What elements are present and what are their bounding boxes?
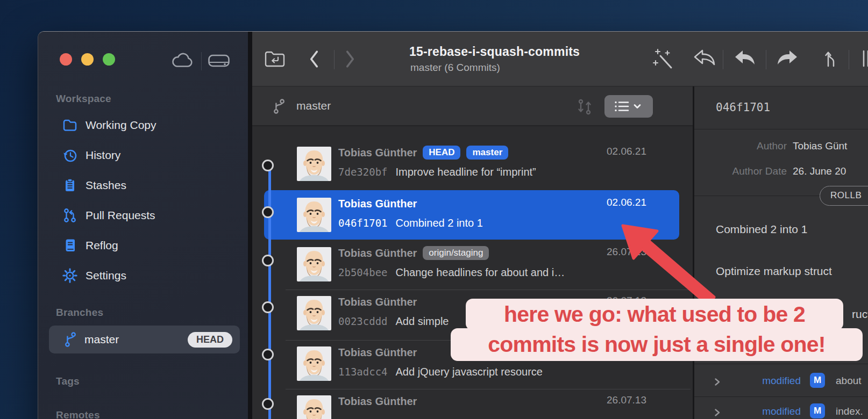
author-date-value: 26. June 20 bbox=[793, 165, 846, 177]
commit-message-title: Combined 2 into 1 bbox=[716, 223, 807, 236]
avatar bbox=[297, 346, 331, 381]
zoom-window-button[interactable] bbox=[103, 53, 115, 66]
open-repository-icon[interactable] bbox=[263, 48, 287, 70]
sidebar-item-settings[interactable]: Settings bbox=[62, 264, 239, 287]
head-badge: HEAD bbox=[423, 146, 460, 160]
back-icon[interactable] bbox=[309, 50, 319, 68]
branch-badge: master bbox=[466, 146, 508, 160]
commit-row[interactable]: Tobias Günther 26.07.13 bbox=[252, 388, 693, 419]
compare-icon[interactable] bbox=[575, 97, 594, 117]
chevron-right-icon[interactable] bbox=[714, 408, 721, 417]
sidebar-item-working-copy[interactable]: Working Copy bbox=[62, 113, 239, 137]
magic-wand-icon[interactable] bbox=[653, 48, 674, 70]
annotation-text-line1: here we go: what used to be 2 bbox=[466, 299, 843, 330]
commit-hash: 113adcc4 bbox=[338, 366, 388, 378]
commit-row[interactable]: Tobias Günther origin/staging 2b504bee C… bbox=[252, 240, 693, 289]
commit-row-selected[interactable]: Tobias Günther 046f1701 Combined 2 into … bbox=[252, 190, 693, 240]
sidebar-item-label: Working Copy bbox=[86, 119, 156, 132]
commit-detail-panel: 046f1701 Author Tobias Günt Author Date … bbox=[694, 86, 868, 419]
toolbar-divider bbox=[849, 50, 849, 69]
head-badge: HEAD bbox=[188, 332, 232, 348]
file-status: modified bbox=[753, 375, 801, 387]
file-status: modified bbox=[753, 406, 801, 417]
sidebar-item-label: Settings bbox=[86, 269, 126, 282]
commit-message-body: Optimize markup struct bbox=[716, 265, 832, 278]
changed-file-row[interactable]: modified M index. bbox=[694, 397, 868, 419]
chevron-right-icon[interactable] bbox=[714, 378, 721, 386]
sidebar-item-stashes[interactable]: Stashes bbox=[62, 174, 239, 197]
detail-commit-hash: 046f1701 bbox=[716, 86, 770, 128]
avatar bbox=[297, 395, 331, 419]
sidebar-branch-master[interactable]: master HEAD bbox=[49, 326, 240, 353]
avatar bbox=[297, 247, 331, 281]
sidebar: Workspace Working Copy History Stashes bbox=[38, 32, 248, 419]
pull-request-icon bbox=[62, 207, 78, 223]
commit-message: Improve headline for “imprint” bbox=[396, 166, 536, 178]
toolbar-divider bbox=[334, 50, 335, 69]
file-list-divider bbox=[694, 364, 868, 364]
repository-subtitle: master (6 Commits) bbox=[410, 62, 500, 74]
commit-row[interactable]: Tobias Günther HEAD master 7de320bf Impr… bbox=[252, 139, 693, 189]
commits-icon[interactable] bbox=[862, 48, 868, 69]
commit-hash: 046f1701 bbox=[338, 217, 388, 229]
branch-bar: master bbox=[252, 86, 693, 126]
workspace-section-header: Workspace bbox=[56, 93, 111, 105]
commit-author: Tobias Günther bbox=[338, 296, 417, 308]
commit-message: Add jQuery javascript resource bbox=[396, 366, 543, 378]
sidebar-item-reflog[interactable]: Reflog bbox=[62, 234, 239, 257]
repository-title: 15-rebase-i-squash-commits bbox=[409, 45, 580, 59]
hard-drive-icon[interactable] bbox=[207, 51, 231, 70]
sidebar-item-label: Stashes bbox=[86, 179, 126, 192]
tags-section-header: Tags bbox=[56, 375, 80, 387]
commit-message: Change headlines for about and i… bbox=[396, 266, 565, 279]
author-value: Tobias Günt bbox=[793, 140, 847, 152]
toolbar: 15-rebase-i-squash-commits master (6 Com… bbox=[252, 32, 868, 86]
history-icon bbox=[62, 147, 78, 163]
author-label: Author bbox=[694, 140, 787, 152]
sidebar-item-history[interactable]: History bbox=[62, 143, 239, 167]
forward-icon[interactable] bbox=[345, 50, 355, 68]
commit-author: Tobias Günther bbox=[338, 395, 417, 408]
branches-section-header: Branches bbox=[56, 307, 103, 319]
desktop: { "colors": { "selection_blue": "#1f60d4… bbox=[0, 0, 868, 419]
commit-date: 26.07.13 bbox=[607, 246, 646, 258]
detail-divider bbox=[694, 196, 820, 196]
toolbar-divider bbox=[723, 50, 723, 69]
commit-author: Tobias Günther bbox=[338, 346, 417, 359]
commit-hash: 2b504bee bbox=[338, 266, 388, 278]
redo-filled-icon[interactable] bbox=[775, 48, 800, 69]
sidebar-item-pull-requests[interactable]: Pull Requests bbox=[62, 204, 239, 227]
gear-icon bbox=[62, 268, 78, 284]
commit-author: Tobias Günther bbox=[338, 198, 417, 210]
detail-divider bbox=[694, 129, 868, 129]
commit-message: Combined 2 into 1 bbox=[396, 217, 483, 229]
cloud-icon[interactable] bbox=[170, 51, 195, 69]
avatar bbox=[297, 296, 331, 330]
message-fragment: ruct bbox=[852, 308, 868, 321]
commit-message: Add simple bbox=[396, 315, 449, 328]
modified-badge: M bbox=[810, 373, 825, 388]
undo-outline-icon[interactable] bbox=[692, 48, 717, 69]
commit-author: Tobias Günther bbox=[338, 247, 417, 259]
changed-file-row[interactable]: modified M about bbox=[694, 366, 868, 396]
commit-date: 26.07.13 bbox=[607, 394, 646, 406]
close-window-button[interactable] bbox=[60, 53, 72, 66]
sidebar-item-label: Pull Requests bbox=[86, 209, 155, 222]
avatar bbox=[297, 147, 331, 181]
commit-date: 02.06.21 bbox=[607, 197, 646, 208]
avatar bbox=[297, 198, 331, 232]
rollback-button[interactable]: ROLLB bbox=[820, 186, 868, 206]
file-name: about bbox=[836, 375, 862, 387]
remote-branch-badge: origin/staging bbox=[423, 246, 489, 260]
minimize-window-button[interactable] bbox=[81, 53, 94, 66]
modified-badge: M bbox=[810, 403, 825, 418]
header-divider bbox=[201, 52, 202, 70]
commit-hash: 0023cddd bbox=[338, 315, 388, 327]
sidebar-item-label: History bbox=[86, 149, 120, 162]
book-icon bbox=[62, 237, 78, 254]
file-name: index. bbox=[836, 406, 863, 417]
merge-icon[interactable] bbox=[824, 48, 838, 69]
view-mode-dropdown[interactable] bbox=[604, 95, 653, 118]
undo-filled-icon[interactable] bbox=[732, 48, 757, 69]
branch-name: master bbox=[84, 333, 181, 346]
